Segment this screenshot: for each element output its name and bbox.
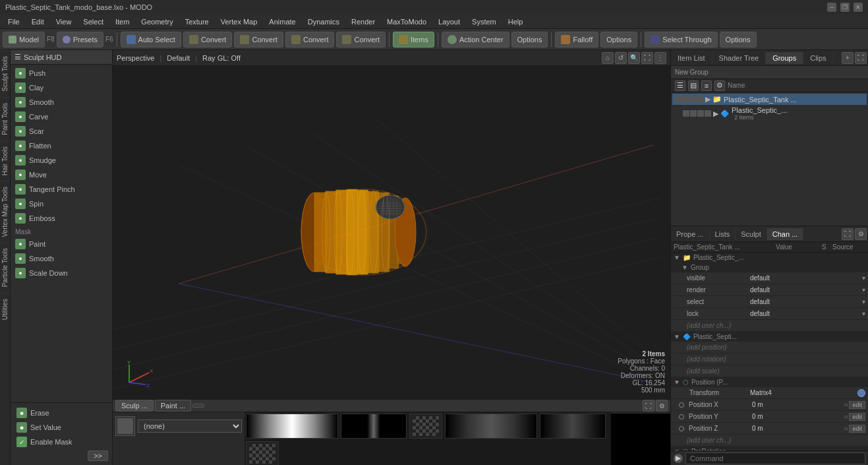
3d-viewport[interactable]: 2 Items Polygons : Face Channels: 0 Defo… xyxy=(113,66,670,399)
tool-set-value[interactable]: ● Set Value xyxy=(13,420,109,435)
items-button[interactable]: Items xyxy=(393,32,434,47)
channel-position-y[interactable]: Position Y 0 m ○ edit xyxy=(671,411,868,423)
menu-texture[interactable]: Texture xyxy=(180,16,214,27)
minimize-button[interactable]: ─ xyxy=(827,3,836,12)
viewport-fullscreen-button[interactable]: ⛶ xyxy=(641,52,653,64)
tool-emboss[interactable]: ● Emboss xyxy=(12,211,111,226)
brush-thumb-3[interactable] xyxy=(445,414,537,439)
sculpt-props-tab[interactable]: Sculpt xyxy=(736,228,767,240)
tool-scale-down[interactable]: ● Scale Down xyxy=(12,266,111,280)
action-center-button[interactable]: Action Center xyxy=(442,32,509,47)
vert-tab-utilities[interactable]: Utilities xyxy=(0,293,10,325)
falloff-button[interactable]: Falloff xyxy=(555,32,598,47)
viewport-search-button[interactable]: 🔍 xyxy=(628,52,640,64)
menu-dynamics[interactable]: Dynamics xyxy=(303,16,345,27)
vis-icon-1[interactable] xyxy=(675,96,681,103)
tool-clay[interactable]: ● Clay xyxy=(12,80,111,95)
brush-thumb-2[interactable] xyxy=(341,414,407,439)
group-subsection[interactable]: ▼ Group xyxy=(671,263,868,272)
tree-item-group[interactable]: ▶ 📁 Plastic_Septic_Tank ... xyxy=(672,94,867,105)
viewport-menu-button[interactable]: ⋮ xyxy=(654,52,666,64)
menu-item[interactable]: Item xyxy=(110,16,134,27)
convert-button-3[interactable]: Convert xyxy=(285,32,335,47)
tool-push[interactable]: ● Push xyxy=(12,66,111,80)
brush-thumb-1[interactable] xyxy=(246,414,338,439)
viewport-home-button[interactable]: ⌂ xyxy=(602,52,614,64)
tool-smudge[interactable]: ● Smudge xyxy=(12,153,111,168)
vert-tab-particle[interactable]: Particle Tools xyxy=(0,242,10,292)
right-expand-button[interactable]: ⛶ xyxy=(855,52,867,64)
shader-tree-tab[interactable]: Shader Tree xyxy=(712,52,767,64)
menu-file[interactable]: File xyxy=(3,16,25,27)
vert-tab-paint[interactable]: Paint Tools xyxy=(0,97,10,140)
brush-name-dropdown[interactable]: (none) xyxy=(138,419,242,433)
channels-tab[interactable]: Chan ... xyxy=(767,228,804,240)
lock-dropdown[interactable]: ▾ xyxy=(862,310,865,317)
brush-thumb-checkers-2[interactable] xyxy=(246,441,279,465)
close-button[interactable]: ✕ xyxy=(854,3,863,12)
convert-button-1[interactable]: Convert xyxy=(183,32,233,47)
item-list-tab[interactable]: Item List xyxy=(671,52,712,64)
enable-mask-toggle[interactable]: ✓ Enable Mask xyxy=(13,435,109,449)
mesh-vis-3[interactable] xyxy=(697,110,704,117)
vis-icon-2[interactable] xyxy=(682,96,689,103)
convert-button-4[interactable]: Convert xyxy=(336,32,386,47)
list-sort-button[interactable]: ≡ xyxy=(701,80,712,91)
tool-scar[interactable]: ● Scar xyxy=(12,124,111,139)
props-settings-button[interactable]: ⚙ xyxy=(855,228,867,240)
select-through-button[interactable]: Select Through xyxy=(645,32,717,47)
props-expand-button[interactable]: ⛶ xyxy=(842,228,854,240)
pos-z-edit-button[interactable]: edit xyxy=(849,425,865,433)
menu-geometry[interactable]: Geometry xyxy=(136,16,178,27)
menu-help[interactable]: Help xyxy=(503,16,529,27)
vis-icon-3[interactable] xyxy=(689,96,696,103)
mesh-section-header[interactable]: ▼ 🔷 Plastic_Septi... xyxy=(671,332,868,342)
mesh-vis-1[interactable] xyxy=(683,110,689,117)
visible-dropdown[interactable]: ▾ xyxy=(862,274,865,282)
tool-flatten[interactable]: ● Flatten xyxy=(12,139,111,153)
menu-maxtomodo[interactable]: MaxToModo xyxy=(382,16,432,27)
menu-layout[interactable]: Layout xyxy=(433,16,465,27)
menu-system[interactable]: System xyxy=(467,16,502,27)
tool-smooth[interactable]: ● Smooth xyxy=(12,95,111,109)
channel-position-z[interactable]: Position Z 0 m ○ edit xyxy=(671,423,868,435)
menu-view[interactable]: View xyxy=(51,16,77,27)
tool-tangent-pinch[interactable]: ● Tangent Pinch xyxy=(12,182,111,197)
auto-select-button[interactable]: Auto Select xyxy=(121,32,181,47)
tool-carve[interactable]: ● Carve xyxy=(12,109,111,124)
menu-select[interactable]: Select xyxy=(78,16,109,27)
tool-mask-paint[interactable]: ● Paint xyxy=(12,237,111,251)
vert-tab-sculpt[interactable]: Sculpt Tools xyxy=(0,50,10,97)
tool-erase[interactable]: ● Erase xyxy=(13,406,109,420)
viewport-rotate-button[interactable]: ↺ xyxy=(615,52,627,64)
restore-button[interactable]: ❐ xyxy=(840,3,850,12)
render-dropdown[interactable]: ▾ xyxy=(862,286,865,294)
cmd-icon[interactable]: ▶ xyxy=(674,454,683,463)
brush-thumb-checkers[interactable] xyxy=(409,414,442,439)
options-button-3[interactable]: Options xyxy=(720,32,757,47)
pos-x-edit-button[interactable]: edit xyxy=(849,401,865,409)
sculpt-tab[interactable]: Sculp ... xyxy=(115,400,154,412)
vert-tab-hair[interactable]: Hair Tools xyxy=(0,140,10,181)
tool-mask-smooth[interactable]: ● Smooth xyxy=(12,251,111,266)
right-add-button[interactable]: + xyxy=(842,52,854,64)
channel-position-x[interactable]: Position X 0 m ○ edit xyxy=(671,399,868,411)
tree-item-mesh[interactable]: ▶ 🔷 Plastic_Septic_... 2 Items xyxy=(672,105,867,122)
options-button-2[interactable]: Options xyxy=(600,32,637,47)
vis-icon-4[interactable] xyxy=(697,96,703,103)
clips-tab[interactable]: Clips xyxy=(803,52,833,64)
options-button-1[interactable]: Options xyxy=(511,32,548,47)
mesh-vis-2[interactable] xyxy=(690,110,697,117)
position-section-header[interactable]: ▼ ⬡ Position (P... xyxy=(671,377,868,387)
vert-tab-vertex[interactable]: Vertex Map Tools xyxy=(0,181,10,243)
model-mode-button[interactable]: Model xyxy=(3,32,45,47)
bottom-settings-button[interactable]: ⚙ xyxy=(656,400,668,412)
mesh-vis-4[interactable] xyxy=(705,110,711,117)
lists-tab[interactable]: Lists xyxy=(710,228,736,240)
menu-render[interactable]: Render xyxy=(346,16,380,27)
presets-button[interactable]: Presets xyxy=(57,32,103,47)
list-filter-button[interactable]: ⚙ xyxy=(714,80,725,91)
bottom-expand-button[interactable]: ⛶ xyxy=(643,400,654,412)
tool-spin[interactable]: ● Spin xyxy=(12,197,111,211)
menu-animate[interactable]: Animate xyxy=(264,16,301,27)
